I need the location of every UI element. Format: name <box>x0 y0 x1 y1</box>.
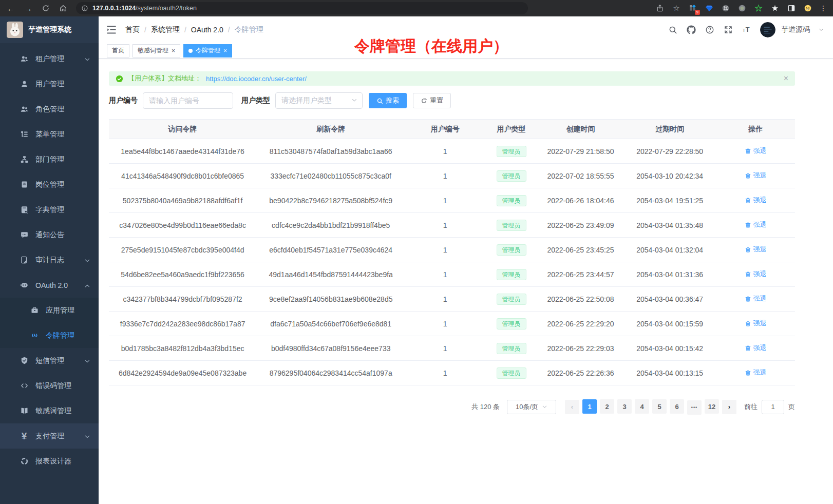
help-icon[interactable] <box>705 25 714 35</box>
user-type-cell: 管理员 <box>485 361 538 385</box>
sidebar-item-pay[interactable]: ¥支付管理 <box>0 423 99 449</box>
browser-bar: ← → 127.0.0.1:1024/system/oauth2/token ☆… <box>0 0 833 16</box>
force-logout-button[interactable]: 强退 <box>745 294 767 303</box>
pagination: 共 120 条 10条/页 ‹ 123456•••12 › 前往 页 <box>109 399 795 415</box>
tab-item[interactable]: 首页 <box>107 44 129 57</box>
force-logout-button[interactable]: 强退 <box>745 269 767 279</box>
fullscreen-icon[interactable] <box>723 25 733 35</box>
hamburger-icon[interactable] <box>106 24 117 35</box>
username[interactable]: 芋道源码 <box>781 25 810 34</box>
page-size-select[interactable]: 10条/页 <box>507 400 556 414</box>
created-at-cell: 2022-06-25 22:29:20 <box>538 312 623 336</box>
sidebar-item-tenant[interactable]: 租户管理 <box>0 46 99 71</box>
force-logout-button[interactable]: 强退 <box>745 245 767 254</box>
white-star-extension-icon[interactable] <box>770 4 780 13</box>
sidebar-item-oauth[interactable]: OAuth 2.0 <box>0 273 99 298</box>
grid-extension-icon[interactable]: 9 <box>688 4 697 13</box>
page-button-2[interactable]: 2 <box>600 399 614 414</box>
kebab-menu-icon[interactable]: ⋮ <box>820 4 827 12</box>
info-icon[interactable] <box>81 5 88 12</box>
sidebar-item-sms[interactable]: 短信管理 <box>0 348 99 373</box>
share-icon[interactable] <box>655 4 665 13</box>
command-extension-icon[interactable] <box>721 4 730 13</box>
sidebar-item-sensitive[interactable]: 敏感词管理 <box>0 398 99 423</box>
green-star-extension-icon[interactable] <box>754 4 763 13</box>
refresh-token-cell: be90422b8c7946218275a508bf524fc9 <box>256 188 405 213</box>
home-icon[interactable] <box>59 4 68 13</box>
emoji-extension-icon[interactable] <box>803 4 812 13</box>
github-icon[interactable] <box>686 25 696 35</box>
force-logout-button[interactable]: 强退 <box>745 343 767 353</box>
reset-button[interactable]: 重置 <box>413 93 451 108</box>
user-type-tag: 管理员 <box>497 343 526 354</box>
sidebar-item-label: 租户管理 <box>35 54 64 64</box>
prev-page-button[interactable]: ‹ <box>565 400 579 414</box>
sidebar-item-user[interactable]: 用户管理 <box>0 71 99 96</box>
sidebar-item-post[interactable]: 岗位管理 <box>0 172 99 197</box>
user-type-tag: 管理员 <box>497 269 526 280</box>
sidebar-item-report[interactable]: 报表设计器 <box>0 449 99 474</box>
force-logout-button[interactable]: 强退 <box>745 171 767 180</box>
force-logout-button[interactable]: 强退 <box>745 319 767 328</box>
sidebar-item-menu[interactable]: 菜单管理 <box>0 122 99 147</box>
goto-page-input[interactable] <box>762 400 784 414</box>
page-button-12[interactable]: 12 <box>705 399 719 414</box>
back-icon[interactable]: ← <box>6 4 15 13</box>
sidebar-item-role[interactable]: 角色管理 <box>0 96 99 122</box>
refresh-token-cell: 8796295f04064c2983414cc54af1097a <box>256 361 405 385</box>
more-pages-button[interactable]: ••• <box>687 400 702 415</box>
oauth-icon <box>20 281 29 290</box>
sidebar-item-dept[interactable]: 部门管理 <box>0 147 99 172</box>
tab-close-icon[interactable]: × <box>172 48 175 54</box>
sidebar-item-dict[interactable]: 字典管理 <box>0 197 99 222</box>
breadcrumb-item[interactable]: OAuth 2.0 <box>191 26 223 34</box>
sidebar-item-app[interactable]: 应用管理 <box>0 298 99 323</box>
menu-icon <box>20 130 29 139</box>
page-button-1[interactable]: 1 <box>582 399 597 414</box>
table-row: 275e5de9151045fe87cbdc395e004f4de6cfd40e… <box>109 238 795 262</box>
page-button-4[interactable]: 4 <box>635 399 649 414</box>
alert-doc-link[interactable]: https://doc.iocoder.cn/user-center/ <box>206 75 307 83</box>
sidebar: 芋道管理系统 租户管理用户管理角色管理菜单管理部门管理岗位管理字典管理通知公告审… <box>0 16 99 504</box>
tab-item[interactable]: 敏感词管理× <box>132 44 180 57</box>
sidebar-item-token[interactable]: 令牌管理 <box>0 323 99 348</box>
trash-icon <box>745 197 751 204</box>
force-logout-button[interactable]: 强退 <box>745 368 767 377</box>
force-logout-button[interactable]: 强退 <box>745 196 767 205</box>
page-button-6[interactable]: 6 <box>670 399 684 414</box>
created-at-cell: 2022-07-29 21:58:50 <box>538 139 623 164</box>
tab-active[interactable]: 令牌管理× <box>183 44 232 57</box>
user-type-select[interactable]: 请选择用户类型 <box>275 92 363 109</box>
alert-close-icon[interactable]: × <box>784 74 788 83</box>
gem-extension-icon[interactable] <box>705 4 714 13</box>
tab-close-icon[interactable]: × <box>223 48 227 54</box>
page-button-5[interactable]: 5 <box>652 399 667 414</box>
breadcrumb-item[interactable]: 首页 <box>125 25 140 34</box>
sidebar-item-audit[interactable]: 审计日志 <box>0 247 99 273</box>
force-logout-button[interactable]: 强退 <box>745 220 767 229</box>
force-logout-button[interactable]: 强退 <box>745 146 767 156</box>
action-cell: 强退 <box>716 287 795 312</box>
search-button[interactable]: 搜索 <box>369 93 407 108</box>
sidebar-item-label: 敏感词管理 <box>35 406 71 416</box>
page-button-3[interactable]: 3 <box>617 399 632 414</box>
forward-icon[interactable]: → <box>24 4 33 13</box>
user-avatar[interactable] <box>760 22 775 37</box>
font-size-icon[interactable]: TT <box>742 25 751 35</box>
access-token-cell: b0d1785bc3a8482f812db4a3f3bd15ec <box>109 336 256 361</box>
record-extension-icon[interactable] <box>737 4 747 13</box>
sidebar-item-notice[interactable]: 通知公告 <box>0 222 99 247</box>
user-id-input[interactable] <box>143 92 233 109</box>
star-icon[interactable]: ☆ <box>672 4 681 13</box>
next-page-button[interactable]: › <box>722 400 736 414</box>
reload-icon[interactable] <box>41 4 50 13</box>
address-bar[interactable]: 127.0.0.1:1024/system/oauth2/token <box>76 2 528 14</box>
sidebar-item-errcode[interactable]: 错误码管理 <box>0 373 99 398</box>
search-icon[interactable] <box>668 25 677 35</box>
sidebar-toggle-icon[interactable] <box>787 4 796 13</box>
user-id-cell: 1 <box>405 213 485 238</box>
caret-down-icon[interactable] <box>819 25 824 34</box>
breadcrumb-item[interactable]: 系统管理 <box>151 25 180 34</box>
doc-alert: 【用户体系】文档地址： https://doc.iocoder.cn/user-… <box>109 71 795 86</box>
sidebar-item-label: 错误码管理 <box>35 381 71 391</box>
